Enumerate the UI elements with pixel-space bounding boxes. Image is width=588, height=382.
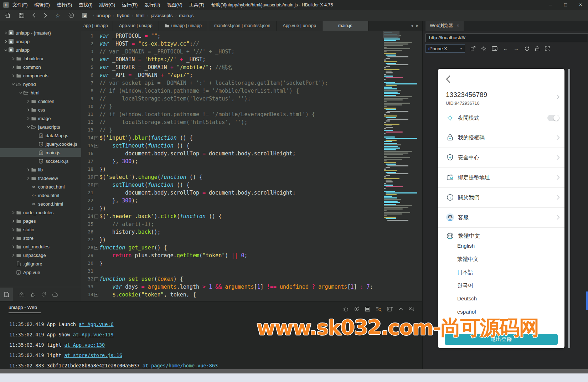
tree-item-app-vue[interactable]: VApp.vue: [0, 268, 81, 277]
tab-scroll-left-icon[interactable]: ◀: [411, 24, 413, 27]
chevron-right-icon[interactable]: [11, 228, 15, 231]
log-source-link[interactable]: at pages/home/home.vue:863: [143, 363, 218, 368]
lock-icon[interactable]: [535, 46, 540, 51]
log-source-link[interactable]: at App.vue:130: [64, 342, 105, 348]
breadcrumb-item[interactable]: main.js: [179, 13, 194, 18]
language-option[interactable]: Deutsch: [457, 295, 477, 301]
chevron-right-icon[interactable]: [11, 220, 15, 223]
tree-item-pages[interactable]: pages: [0, 217, 81, 225]
bug-panel-icon[interactable]: [30, 292, 35, 297]
device-select[interactable]: iPhone X ▼: [425, 44, 465, 53]
menu-item[interactable]: 发行(U): [144, 2, 160, 8]
log-source-link[interactable]: at App.vue:119: [73, 332, 114, 337]
tree-item--gitignore[interactable]: .gitignore: [0, 259, 81, 268]
clear-log-icon[interactable]: [408, 307, 414, 311]
tree-item-html[interactable]: html: [0, 88, 81, 97]
tab-scroll-right-icon[interactable]: ▶: [416, 24, 419, 27]
explorer-panel-icon[interactable]: [0, 288, 13, 301]
tree-item-lib[interactable]: lib: [0, 165, 81, 174]
chevron-right-icon[interactable]: [11, 245, 15, 248]
new-terminal-icon[interactable]: [387, 306, 393, 312]
bookmark-star-icon[interactable]: ☆: [55, 12, 60, 19]
breadcrumb-item[interactable]: uniapp: [97, 13, 110, 18]
fold-marker[interactable]: −: [93, 275, 99, 283]
tree-item-unpackage[interactable]: unpackage: [0, 251, 81, 259]
editor-tab[interactable]: App.vue | uniapp: [113, 21, 159, 31]
tree-item-components[interactable]: components: [0, 71, 81, 80]
chevron-right-icon[interactable]: [26, 177, 30, 180]
menu-item[interactable]: 选择(S): [57, 2, 72, 8]
fold-marker[interactable]: −: [93, 212, 99, 220]
nav-forward-icon[interactable]: →: [514, 46, 519, 52]
editor-tab[interactable]: app | uniapp: [81, 21, 113, 31]
breadcrumb-item[interactable]: javascripts: [151, 13, 172, 18]
chevron-right-icon[interactable]: [26, 117, 30, 120]
collapse-panel-icon[interactable]: [398, 308, 403, 310]
tree-item-uniapp[interactable]: uuniapp: [0, 37, 81, 46]
language-option[interactable]: 繁體中文: [457, 256, 479, 263]
night-mode-toggle[interactable]: [547, 115, 559, 121]
chevron-down-icon[interactable]: [11, 83, 15, 86]
language-option[interactable]: 日本語: [457, 269, 473, 276]
menu-row-lock[interactable]: 我的授權碼: [438, 128, 564, 148]
browser-tab[interactable]: Web浏览器 ×: [425, 21, 464, 31]
tree-item-image[interactable]: image: [0, 114, 81, 123]
breadcrumb-item[interactable]: html: [136, 13, 145, 18]
tree-item-css[interactable]: css: [0, 105, 81, 114]
menu-row-info[interactable]: 關於我們: [438, 187, 564, 207]
menu-row-wallet[interactable]: 綁定提幣地址: [438, 167, 564, 187]
tree-item-second-html[interactable]: <>second.html: [0, 200, 81, 208]
tree-item-uniapp[interactable]: uuniapp: [0, 46, 81, 54]
night-mode-row[interactable]: 夜間模式: [438, 111, 564, 125]
chevron-right-icon[interactable]: [11, 254, 15, 257]
tree-item-tradeview[interactable]: tradeview: [0, 174, 81, 182]
chevron-down-icon[interactable]: [19, 91, 23, 94]
forward-icon[interactable]: [44, 13, 47, 18]
minimize-button[interactable]: –: [543, 0, 558, 10]
chevron-down-icon[interactable]: [4, 48, 8, 52]
tree-item-index-html[interactable]: <>index.html: [0, 191, 81, 200]
chevron-right-icon[interactable]: [11, 74, 15, 77]
tree-item-static[interactable]: static: [0, 225, 81, 234]
menu-row-shield[interactable]: 安全中心: [438, 148, 564, 167]
log-source-link[interactable]: at store/store.js:16: [64, 352, 122, 358]
fold-marker[interactable]: −: [93, 173, 99, 181]
close-tab-icon[interactable]: ×: [457, 23, 459, 28]
tree-item-uniapp-master-[interactable]: uuniapp - {master}: [0, 29, 81, 37]
chevron-down-icon[interactable]: [26, 125, 30, 129]
language-option[interactable]: español: [457, 309, 476, 315]
tree-item-jquery-cookie-js[interactable]: Jjquery.cookie.js: [0, 140, 81, 148]
tree-item-common[interactable]: common: [0, 63, 81, 71]
chevron-right-icon[interactable]: [11, 211, 15, 214]
tree-item-children[interactable]: children: [0, 97, 81, 105]
tree-item-store[interactable]: store: [0, 234, 81, 242]
preview-scrollbar[interactable]: [568, 69, 570, 348]
save-icon[interactable]: [19, 13, 24, 18]
tree-item-uni-modules[interactable]: uni_modules: [0, 242, 81, 251]
editor-tab[interactable]: manifest.json | manifest.json: [208, 21, 277, 31]
chevron-right-icon[interactable]: [26, 108, 30, 112]
tree-item-contract-html[interactable]: <>contract.html: [0, 182, 81, 191]
back-icon[interactable]: [32, 13, 36, 18]
menu-item[interactable]: 查找(I): [79, 2, 92, 8]
chevron-right-icon[interactable]: [11, 57, 15, 60]
menu-item[interactable]: 运行(R): [122, 2, 138, 8]
qr-code-icon[interactable]: [545, 46, 550, 51]
nav-back-icon[interactable]: ←: [503, 46, 508, 52]
chevron-right-icon[interactable]: [26, 100, 30, 103]
close-button[interactable]: ×: [573, 0, 588, 10]
run-icon[interactable]: [68, 12, 74, 18]
tree-item--hbuilderx[interactable]: .hbuilderx: [0, 54, 81, 63]
menu-item[interactable]: 跳转(G): [99, 2, 115, 8]
minimap-viewport[interactable]: [383, 31, 399, 38]
tree-item-datamap-js[interactable]: JdataMap.js: [0, 131, 81, 140]
open-external-icon[interactable]: [470, 46, 476, 51]
sync-panel-icon[interactable]: [41, 292, 46, 297]
menu-row-avatar[interactable]: 客服: [438, 207, 564, 227]
phone-number[interactable]: 13323456789: [446, 91, 487, 99]
debug-bug-icon[interactable]: [343, 306, 349, 312]
url-input[interactable]: http://localhost/#/: [425, 33, 588, 42]
fold-marker[interactable]: −: [93, 142, 99, 150]
cloud-panel-icon[interactable]: [52, 292, 58, 297]
language-row[interactable]: 繁體中文: [438, 229, 564, 243]
